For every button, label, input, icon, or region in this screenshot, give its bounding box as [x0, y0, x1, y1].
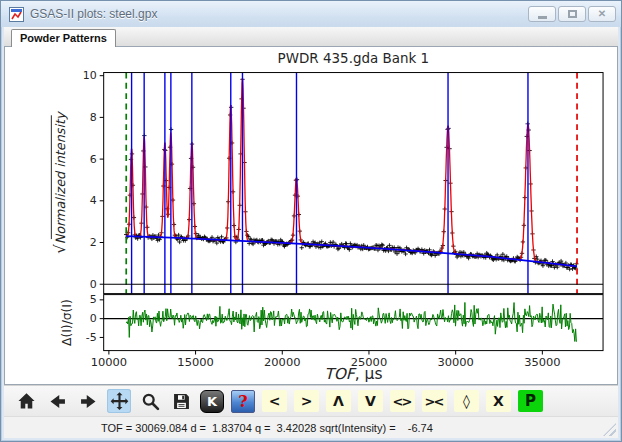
window-title: GSAS-II plots: steel.gpx	[30, 7, 528, 21]
diff-y-tick-label: 5	[90, 293, 97, 306]
publish-button[interactable]: P	[518, 390, 543, 412]
title-bar[interactable]: GSAS-II plots: steel.gpx ✕	[1, 1, 621, 27]
maximize-icon	[568, 10, 577, 18]
diff-y-axis-label: Δ(I)/σ(I)	[60, 299, 74, 346]
pan-button[interactable]	[107, 389, 131, 413]
shift-down-button[interactable]: V	[358, 390, 383, 412]
shift-left-button[interactable]: <	[262, 390, 287, 412]
svg-text:√Normalized intensity: √Normalized intensity	[51, 111, 68, 254]
x-tick-label: 10000	[91, 355, 127, 369]
x-tick-label: 30000	[437, 355, 473, 369]
window-client-area: Powder Patterns 0246810-5051000015000200…	[4, 27, 618, 438]
window-controls: ✕	[528, 6, 616, 22]
y-tick-label: 2	[90, 236, 97, 249]
floppy-icon	[171, 391, 192, 412]
shift-up-button[interactable]: Λ	[326, 390, 351, 412]
expand-y-button[interactable]: ◊	[454, 390, 479, 412]
save-figure-button[interactable]	[169, 389, 193, 413]
diff-y-tick-label: -5	[86, 331, 97, 344]
status-bar: TOF = 30069.084 d = 1.83704 q = 3.42028 …	[4, 416, 618, 438]
key-press-button[interactable]: K	[200, 390, 224, 413]
app-icon	[9, 7, 24, 22]
y-axis-label: √Normalized intensity	[51, 111, 68, 254]
y-tick-label: 4	[90, 194, 97, 207]
svg-text:Δ(I)/σ(I): Δ(I)/σ(I)	[60, 299, 74, 346]
plot-canvas[interactable]: 0246810-50510000150002000025000300003500…	[5, 47, 617, 384]
y-tick-label: 8	[90, 111, 97, 124]
home-icon	[16, 391, 37, 412]
plot-toolbar: K?<>ΛV<>><◊XP	[4, 385, 618, 416]
arrow-right-icon	[78, 391, 99, 412]
help-button[interactable]: ?	[231, 390, 255, 413]
resize-grip[interactable]	[603, 423, 616, 436]
x-axis-label: TOF, μs	[324, 365, 382, 383]
maximize-button[interactable]	[558, 6, 586, 22]
home-button[interactable]	[14, 389, 38, 413]
powder-pattern-figure: 0246810-50510000150002000025000300003500…	[51, 51, 603, 383]
diff-axes-frame	[104, 295, 603, 351]
close-icon: ✕	[598, 9, 606, 19]
zoom-rect-button[interactable]	[138, 389, 162, 413]
y-tick-label: 6	[90, 153, 97, 166]
plot-panel: 0246810-50510000150002000025000300003500…	[4, 46, 618, 385]
back-button[interactable]	[45, 389, 69, 413]
y-tick-label: 0	[90, 278, 97, 291]
gsas-plots-window: GSAS-II plots: steel.gpx ✕ Powder Patter…	[0, 0, 622, 442]
diff-y-tick-label: 0	[90, 312, 97, 325]
difference-curve	[126, 302, 576, 341]
x-tick-label: 20000	[264, 355, 300, 369]
magnifier-icon	[140, 391, 161, 412]
contract-y-button[interactable]: X	[486, 390, 511, 412]
pan-icon	[109, 391, 130, 412]
shift-right-button[interactable]: >	[294, 390, 319, 412]
status-text: TOF = 30069.084 d = 1.83704 q = 3.42028 …	[101, 422, 433, 434]
tab-powder-patterns[interactable]: Powder Patterns	[11, 29, 116, 47]
minimize-icon	[538, 12, 547, 19]
minimize-button[interactable]	[528, 6, 556, 22]
arrow-left-icon	[47, 391, 68, 412]
contract-x-button[interactable]: ><	[422, 390, 447, 412]
x-tick-label: 15000	[177, 355, 213, 369]
forward-button[interactable]	[76, 389, 100, 413]
y-tick-label: 10	[83, 69, 97, 82]
close-button[interactable]: ✕	[588, 6, 616, 22]
tab-strip: Powder Patterns	[4, 27, 618, 46]
plot-title: PWDR 435.gda Bank 1	[278, 51, 430, 66]
x-tick-label: 35000	[524, 355, 560, 369]
expand-x-button[interactable]: <>	[390, 390, 415, 412]
